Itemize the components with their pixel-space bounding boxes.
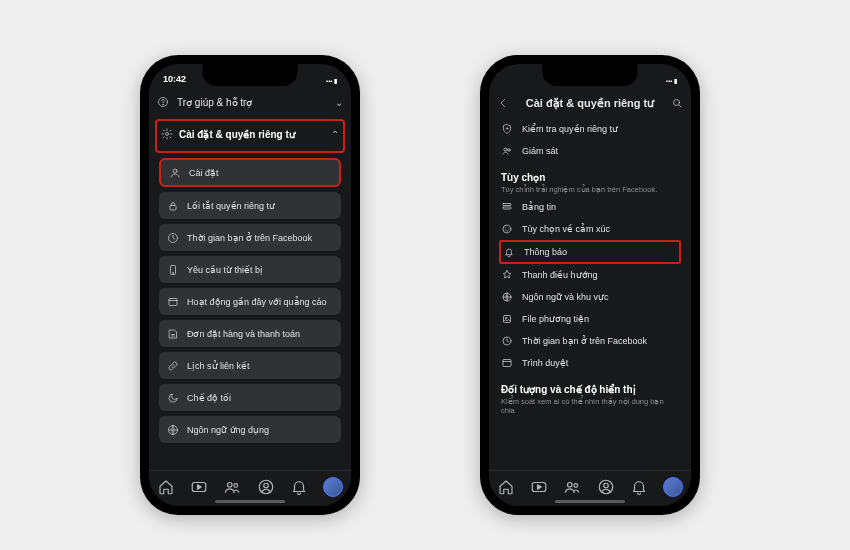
section-title: Đối tượng và chế độ hiển thị bbox=[501, 384, 679, 395]
orders-payments-item[interactable]: Đơn đặt hàng và thanh toán bbox=[159, 320, 341, 347]
audience-section-header: Đối tượng và chế độ hiển thị Kiểm soát x… bbox=[489, 374, 691, 417]
status-indicators: ••• ▮ bbox=[326, 77, 337, 84]
item-label: Thời gian bạn ở trên Facebook bbox=[187, 233, 312, 243]
clock-icon bbox=[167, 232, 179, 244]
content-left: Trợ giúp & hỗ trợ ⌄ Cài đặt & quyền riên… bbox=[149, 88, 351, 470]
gear-icon bbox=[161, 128, 173, 140]
media-file-item[interactable]: File phương tiện bbox=[489, 308, 691, 330]
nav-friends-icon[interactable] bbox=[223, 478, 241, 496]
svg-point-2 bbox=[166, 133, 169, 136]
status-indicators: ••• ▮ bbox=[666, 77, 677, 84]
link-icon bbox=[167, 360, 179, 372]
item-label: Thông báo bbox=[524, 247, 567, 257]
browser-icon bbox=[501, 357, 513, 369]
item-label: Cài đặt bbox=[189, 168, 219, 178]
phone-left: 10:42 ••• ▮ Trợ giúp & hỗ trợ ⌄ Cài đặt … bbox=[140, 55, 360, 515]
nav-friends-icon[interactable] bbox=[563, 478, 581, 496]
reaction-pref-item[interactable]: Tùy chọn về cảm xúc bbox=[489, 218, 691, 240]
ad-icon bbox=[167, 296, 179, 308]
help-support-row[interactable]: Trợ giúp & hỗ trợ ⌄ bbox=[149, 88, 351, 116]
language-region-item[interactable]: Ngôn ngữ và khu vực bbox=[489, 286, 691, 308]
nav-watch-icon[interactable] bbox=[530, 478, 548, 496]
nav-bell-icon[interactable] bbox=[630, 478, 648, 496]
user-icon bbox=[169, 167, 181, 179]
item-label: Thanh điều hướng bbox=[522, 270, 598, 280]
nav-menu-avatar[interactable] bbox=[663, 477, 683, 497]
nav-menu-avatar[interactable] bbox=[323, 477, 343, 497]
back-icon[interactable] bbox=[497, 97, 509, 109]
time-on-fb-item[interactable]: Thời gian bạn ở trên Facebook bbox=[489, 330, 691, 352]
shield-lock-icon bbox=[501, 123, 513, 135]
dark-mode-item[interactable]: Chế độ tối bbox=[159, 384, 341, 411]
device-icon bbox=[167, 264, 179, 276]
bell-icon bbox=[503, 246, 515, 258]
device-req-item[interactable]: Yêu cầu từ thiết bị bbox=[159, 256, 341, 283]
phone-right: ••• ▮ Cài đặt & quyền riêng tư Kiểm tra … bbox=[480, 55, 700, 515]
feed-item[interactable]: Bảng tin bbox=[489, 196, 691, 218]
svg-rect-19 bbox=[503, 204, 511, 206]
svg-point-17 bbox=[504, 148, 507, 151]
svg-point-18 bbox=[508, 149, 511, 152]
nav-home-icon[interactable] bbox=[157, 478, 175, 496]
privacy-shortcut-item[interactable]: Lối tắt quyền riêng tư bbox=[159, 192, 341, 219]
item-label: Hoạt động gần đây với quảng cáo bbox=[187, 297, 327, 307]
item-label: Chế độ tối bbox=[187, 393, 231, 403]
app-language-item[interactable]: Ngôn ngữ ứng dụng bbox=[159, 416, 341, 443]
settings-privacy-row[interactable]: Cài đặt & quyền riêng tư ⌃ bbox=[161, 121, 339, 147]
nav-home-icon[interactable] bbox=[497, 478, 515, 496]
screen-left: 10:42 ••• ▮ Trợ giúp & hỗ trợ ⌄ Cài đặt … bbox=[149, 64, 351, 506]
search-icon[interactable] bbox=[671, 97, 683, 109]
feed-icon bbox=[501, 201, 513, 213]
svg-point-1 bbox=[163, 104, 164, 105]
payment-icon bbox=[167, 328, 179, 340]
notch bbox=[543, 64, 638, 86]
svg-point-21 bbox=[503, 225, 511, 233]
globe-icon bbox=[501, 291, 513, 303]
page-title: Cài đặt & quyền riêng tư bbox=[515, 97, 665, 110]
nav-bar-item[interactable]: Thanh điều hướng bbox=[489, 264, 691, 286]
settings-item[interactable]: Cài đặt bbox=[159, 158, 341, 187]
svg-point-11 bbox=[228, 482, 233, 487]
browser-item[interactable]: Trình duyệt bbox=[489, 352, 691, 374]
item-label: Giám sát bbox=[522, 146, 558, 156]
svg-point-28 bbox=[568, 482, 573, 487]
svg-rect-20 bbox=[503, 207, 511, 209]
pin-icon bbox=[501, 269, 513, 281]
svg-point-3 bbox=[173, 169, 177, 173]
svg-point-12 bbox=[234, 483, 238, 487]
time-on-fb-item[interactable]: Thời gian bạn ở trên Facebook bbox=[159, 224, 341, 251]
header-bar: Cài đặt & quyền riêng tư bbox=[489, 88, 691, 118]
chevron-down-icon: ⌄ bbox=[335, 97, 343, 108]
item-label: Bảng tin bbox=[522, 202, 556, 212]
item-label: Trình duyệt bbox=[522, 358, 568, 368]
svg-rect-23 bbox=[504, 316, 511, 323]
notifications-item[interactable]: Thông báo bbox=[499, 240, 681, 264]
nav-watch-icon[interactable] bbox=[190, 478, 208, 496]
svg-point-15 bbox=[674, 100, 680, 106]
link-history-item[interactable]: Lịch sử liên kết bbox=[159, 352, 341, 379]
preferences-section-header: Tùy chọn Tùy chỉnh trải nghiệm của bạn t… bbox=[489, 162, 691, 196]
ad-activity-item[interactable]: Hoạt động gần đây với quảng cáo bbox=[159, 288, 341, 315]
section-title: Tùy chọn bbox=[501, 172, 679, 183]
svg-point-31 bbox=[603, 483, 608, 488]
lock-icon bbox=[167, 200, 179, 212]
nav-profile-icon[interactable] bbox=[597, 478, 615, 496]
screen-right: ••• ▮ Cài đặt & quyền riêng tư Kiểm tra … bbox=[489, 64, 691, 506]
item-label: Thời gian bạn ở trên Facebook bbox=[522, 336, 647, 346]
privacy-check-item[interactable]: Kiểm tra quyền riêng tư bbox=[489, 118, 691, 140]
chevron-up-icon: ⌃ bbox=[331, 129, 339, 140]
nav-bell-icon[interactable] bbox=[290, 478, 308, 496]
svg-rect-4 bbox=[170, 205, 176, 210]
item-label: Lịch sử liên kết bbox=[187, 361, 250, 371]
item-label: Kiểm tra quyền riêng tư bbox=[522, 124, 618, 134]
nav-profile-icon[interactable] bbox=[257, 478, 275, 496]
home-indicator bbox=[215, 500, 285, 503]
content-right: Cài đặt & quyền riêng tư Kiểm tra quyền … bbox=[489, 88, 691, 470]
svg-point-24 bbox=[505, 317, 507, 319]
item-label: File phương tiện bbox=[522, 314, 589, 324]
group-icon bbox=[501, 145, 513, 157]
help-label: Trợ giúp & hỗ trợ bbox=[177, 97, 327, 108]
item-label: Yêu cầu từ thiết bị bbox=[187, 265, 263, 275]
svg-rect-26 bbox=[503, 360, 511, 367]
supervision-item[interactable]: Giám sát bbox=[489, 140, 691, 162]
